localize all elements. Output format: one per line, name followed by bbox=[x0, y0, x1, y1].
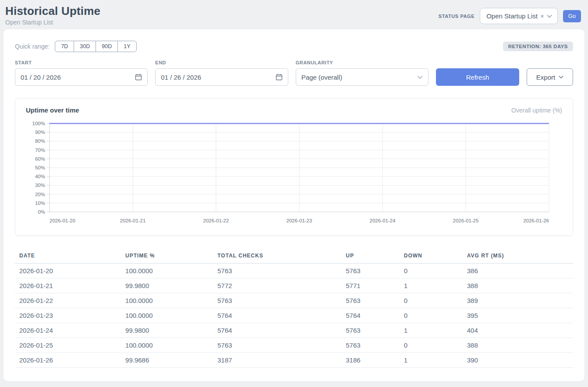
y-axis-tick-label: 50% bbox=[35, 165, 45, 170]
table-cell: 386 bbox=[463, 264, 573, 278]
table-cell: 99.9800 bbox=[121, 323, 213, 338]
table-row: 2026-01-20100.0000576357630386 bbox=[15, 264, 573, 278]
end-date-label: END bbox=[155, 60, 288, 65]
table-cell: 2026-01-23 bbox=[15, 308, 121, 323]
status-page-select-value: Open Startup List bbox=[486, 12, 538, 20]
chevron-down-icon bbox=[417, 75, 423, 79]
uptime-table: DATEUPTIME %TOTAL CHECKSUPDOWNAVG RT (MS… bbox=[15, 249, 573, 368]
column-header: UP bbox=[341, 249, 399, 264]
table-cell: 100.0000 bbox=[121, 293, 213, 308]
refresh-button[interactable]: Refresh bbox=[436, 68, 519, 86]
chart-legend: Overall uptime (%) bbox=[511, 107, 562, 114]
table-cell: 100.0000 bbox=[121, 308, 213, 323]
table-cell: 2026-01-26 bbox=[15, 353, 121, 368]
page-subtitle: Open Startup List bbox=[5, 19, 100, 26]
table-row: 2026-01-23100.0000576457640395 bbox=[15, 308, 573, 323]
table-cell: 2026-01-25 bbox=[15, 338, 121, 353]
table-body: 2026-01-20100.00005763576303862026-01-21… bbox=[15, 264, 573, 368]
table-cell: 0 bbox=[400, 338, 463, 353]
table-cell: 5763 bbox=[341, 323, 399, 338]
go-button[interactable]: Go bbox=[563, 10, 581, 22]
table-cell: 99.9800 bbox=[121, 278, 213, 293]
table-cell: 390 bbox=[463, 353, 573, 368]
clear-selection-icon[interactable]: × bbox=[540, 12, 544, 20]
export-button[interactable]: Export bbox=[527, 68, 573, 86]
table-row: 2026-01-25100.0000576357630388 bbox=[15, 338, 573, 353]
quick-range-group: 7D30D90D1Y bbox=[55, 41, 136, 52]
column-header: DOWN bbox=[400, 249, 463, 264]
table-cell: 1 bbox=[400, 353, 463, 368]
start-date-value: 01 / 20 / 2026 bbox=[21, 74, 61, 81]
chevron-down-icon bbox=[547, 14, 552, 18]
granularity-field: GRANULARITY Page (overall) bbox=[296, 60, 429, 86]
x-axis-tick-label: 2026-01-25 bbox=[453, 218, 479, 223]
table-cell: 1 bbox=[400, 278, 463, 293]
table-cell: 3187 bbox=[213, 353, 341, 368]
start-date-input[interactable]: 01 / 20 / 2026 bbox=[15, 68, 148, 86]
column-header: DATE bbox=[15, 249, 121, 264]
table-cell: 5772 bbox=[213, 278, 341, 293]
table-cell: 5764 bbox=[213, 308, 341, 323]
end-date-field: END 01 / 26 / 2026 bbox=[155, 60, 288, 86]
quick-range-label: Quick range: bbox=[15, 43, 50, 50]
retention-badge: RETENTION: 365 DAYS bbox=[503, 42, 573, 51]
table-cell: 5763 bbox=[341, 293, 399, 308]
table-cell: 388 bbox=[463, 338, 573, 353]
y-axis-tick-label: 20% bbox=[35, 192, 45, 197]
chevron-down-icon bbox=[559, 75, 563, 79]
table-cell: 0 bbox=[400, 293, 463, 308]
table-cell: 0 bbox=[400, 264, 463, 278]
table-cell: 5763 bbox=[213, 293, 341, 308]
page-header: Historical Uptime Open Startup List STAT… bbox=[0, 0, 588, 29]
table-cell: 5763 bbox=[213, 264, 341, 278]
column-header: UPTIME % bbox=[121, 249, 213, 264]
table-cell: 5764 bbox=[213, 323, 341, 338]
y-axis-tick-label: 90% bbox=[35, 130, 45, 135]
x-axis-tick-label: 2026-01-20 bbox=[50, 218, 75, 223]
quick-range-90d-button[interactable]: 90D bbox=[96, 41, 118, 52]
filter-controls: START 01 / 20 / 2026 END 01 / 26 / 2026 … bbox=[15, 60, 573, 86]
quick-range-30d-button[interactable]: 30D bbox=[74, 41, 96, 52]
table-cell: 5763 bbox=[213, 338, 341, 353]
table-cell: 1 bbox=[400, 323, 463, 338]
table-cell: 389 bbox=[463, 293, 573, 308]
table-cell: 100.0000 bbox=[121, 338, 213, 353]
table-row: 2026-01-2499.9800576457631404 bbox=[15, 323, 573, 338]
table-cell: 100.0000 bbox=[121, 264, 213, 278]
end-date-value: 01 / 26 / 2026 bbox=[161, 74, 201, 81]
table-cell: 404 bbox=[463, 323, 573, 338]
table-cell: 0 bbox=[400, 308, 463, 323]
table-cell: 5764 bbox=[341, 308, 399, 323]
page-title: Historical Uptime bbox=[5, 4, 100, 18]
table-cell: 3186 bbox=[341, 353, 399, 368]
quick-range-1y-button[interactable]: 1Y bbox=[117, 41, 136, 52]
start-date-field: START 01 / 20 / 2026 bbox=[15, 60, 148, 86]
table-cell: 5771 bbox=[341, 278, 399, 293]
quick-range-7d-button[interactable]: 7D bbox=[55, 41, 74, 52]
export-button-label: Export bbox=[536, 74, 555, 81]
x-axis-tick-label: 2026-01-22 bbox=[203, 218, 229, 223]
y-axis-tick-label: 70% bbox=[35, 148, 45, 153]
y-axis-tick-label: 40% bbox=[35, 174, 45, 179]
x-axis-tick-label: 2026-01-26 bbox=[523, 218, 549, 223]
end-date-input[interactable]: 01 / 26 / 2026 bbox=[155, 68, 288, 86]
status-page-select[interactable]: Open Startup List × bbox=[480, 8, 558, 24]
y-axis-tick-label: 0% bbox=[38, 209, 45, 215]
table-cell: 5763 bbox=[341, 264, 399, 278]
table-row: 2026-01-22100.0000576357630389 bbox=[15, 293, 573, 308]
table-cell: 5763 bbox=[341, 338, 399, 353]
quick-range-row: Quick range: 7D30D90D1Y RETENTION: 365 D… bbox=[15, 41, 573, 52]
y-axis-tick-label: 30% bbox=[35, 183, 45, 188]
granularity-label: GRANULARITY bbox=[296, 60, 429, 65]
x-axis-tick-label: 2026-01-23 bbox=[287, 218, 312, 223]
calendar-icon[interactable] bbox=[135, 74, 142, 81]
column-header: TOTAL CHECKS bbox=[213, 249, 341, 264]
calendar-icon[interactable] bbox=[276, 74, 283, 81]
start-date-label: START bbox=[15, 60, 148, 65]
uptime-chart-card: Uptime over time Overall uptime (%) 0%10… bbox=[15, 98, 573, 236]
table-cell: 388 bbox=[463, 278, 573, 293]
granularity-select[interactable]: Page (overall) bbox=[296, 68, 429, 86]
table-cell: 2026-01-20 bbox=[15, 264, 121, 278]
table-cell: 2026-01-22 bbox=[15, 293, 121, 308]
table-row: 2026-01-2199.9800577257711388 bbox=[15, 278, 573, 293]
